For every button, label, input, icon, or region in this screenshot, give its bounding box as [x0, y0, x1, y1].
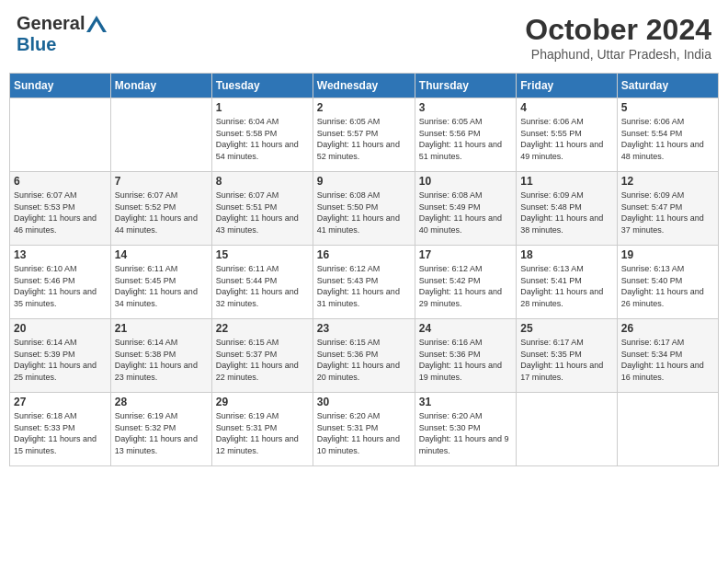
daylight-text: Daylight: 11 hours and 40 minutes. — [419, 213, 502, 235]
calendar-cell: 15 Sunrise: 6:11 AM Sunset: 5:44 PM Dayl… — [211, 246, 313, 319]
day-info: Sunrise: 6:09 AM Sunset: 5:47 PM Dayligh… — [621, 190, 714, 236]
calendar-week-2: 6 Sunrise: 6:07 AM Sunset: 5:53 PM Dayli… — [10, 172, 719, 246]
day-info: Sunrise: 6:14 AM Sunset: 5:38 PM Dayligh… — [115, 337, 208, 383]
sunrise-text: Sunrise: 6:11 AM — [216, 264, 279, 273]
day-info: Sunrise: 6:20 AM Sunset: 5:30 PM Dayligh… — [419, 410, 512, 456]
day-number: 10 — [419, 175, 512, 188]
sunrise-text: Sunrise: 6:11 AM — [115, 264, 178, 273]
calendar-cell: 27 Sunrise: 6:18 AM Sunset: 5:33 PM Dayl… — [10, 393, 111, 466]
daylight-text: Daylight: 11 hours and 29 minutes. — [419, 287, 502, 308]
daylight-text: Daylight: 11 hours and 34 minutes. — [115, 287, 198, 308]
sunset-text: Sunset: 5:32 PM — [115, 423, 176, 432]
day-number: 16 — [317, 248, 411, 261]
day-number: 21 — [115, 322, 208, 335]
day-number: 15 — [216, 248, 309, 261]
calendar-cell: 12 Sunrise: 6:09 AM Sunset: 5:47 PM Dayl… — [617, 172, 718, 246]
day-info: Sunrise: 6:05 AM Sunset: 5:57 PM Dayligh… — [317, 116, 411, 162]
sunrise-text: Sunrise: 6:15 AM — [317, 338, 381, 347]
calendar-cell: 8 Sunrise: 6:07 AM Sunset: 5:51 PM Dayli… — [211, 172, 313, 246]
day-info: Sunrise: 6:07 AM Sunset: 5:52 PM Dayligh… — [115, 190, 208, 236]
daylight-text: Daylight: 11 hours and 26 minutes. — [621, 287, 704, 308]
daylight-text: Daylight: 11 hours and 48 minutes. — [621, 140, 704, 161]
calendar-cell: 3 Sunrise: 6:05 AM Sunset: 5:56 PM Dayli… — [415, 98, 516, 172]
day-info: Sunrise: 6:18 AM Sunset: 5:33 PM Dayligh… — [14, 410, 107, 456]
day-number: 7 — [115, 175, 208, 188]
sunset-text: Sunset: 5:54 PM — [621, 129, 683, 138]
day-number: 8 — [216, 175, 309, 188]
calendar-cell — [617, 393, 718, 466]
calendar-cell: 20 Sunrise: 6:14 AM Sunset: 5:39 PM Dayl… — [10, 319, 111, 393]
calendar-cell — [517, 393, 617, 466]
sunset-text: Sunset: 5:42 PM — [419, 276, 481, 285]
day-number: 11 — [520, 175, 612, 188]
sunset-text: Sunset: 5:33 PM — [14, 423, 75, 432]
day-info: Sunrise: 6:19 AM Sunset: 5:31 PM Dayligh… — [216, 410, 309, 456]
daylight-text: Daylight: 11 hours and 16 minutes. — [621, 361, 704, 382]
daylight-text: Daylight: 11 hours and 51 minutes. — [419, 140, 502, 161]
sunset-text: Sunset: 5:44 PM — [216, 276, 278, 285]
daylight-text: Daylight: 11 hours and 9 minutes. — [419, 434, 509, 455]
daylight-text: Daylight: 11 hours and 41 minutes. — [317, 213, 400, 235]
sunrise-text: Sunrise: 6:10 AM — [14, 264, 77, 273]
sunset-text: Sunset: 5:58 PM — [216, 129, 278, 138]
day-number: 29 — [216, 396, 309, 408]
sunrise-text: Sunrise: 6:08 AM — [419, 190, 483, 200]
calendar-week-3: 13 Sunrise: 6:10 AM Sunset: 5:46 PM Dayl… — [10, 246, 719, 319]
day-info: Sunrise: 6:05 AM Sunset: 5:56 PM Dayligh… — [419, 116, 512, 162]
sunrise-text: Sunrise: 6:13 AM — [520, 264, 584, 273]
sunrise-text: Sunrise: 6:17 AM — [621, 338, 685, 347]
calendar-table: Sunday Monday Tuesday Wednesday Thursday… — [9, 73, 719, 466]
calendar-cell: 1 Sunrise: 6:04 AM Sunset: 5:58 PM Dayli… — [211, 98, 313, 172]
daylight-text: Daylight: 11 hours and 46 minutes. — [14, 213, 97, 235]
calendar-cell: 7 Sunrise: 6:07 AM Sunset: 5:52 PM Dayli… — [110, 172, 211, 246]
daylight-text: Daylight: 11 hours and 17 minutes. — [520, 361, 603, 382]
day-info: Sunrise: 6:06 AM Sunset: 5:55 PM Dayligh… — [520, 116, 612, 162]
day-info: Sunrise: 6:06 AM Sunset: 5:54 PM Dayligh… — [621, 116, 714, 162]
day-number: 23 — [317, 322, 411, 335]
day-number: 5 — [621, 101, 714, 114]
sunrise-text: Sunrise: 6:06 AM — [520, 117, 584, 126]
sunset-text: Sunset: 5:37 PM — [216, 350, 278, 359]
daylight-text: Daylight: 11 hours and 38 minutes. — [520, 213, 603, 235]
calendar-cell: 24 Sunrise: 6:16 AM Sunset: 5:36 PM Dayl… — [415, 319, 516, 393]
sunrise-text: Sunrise: 6:08 AM — [317, 190, 381, 200]
col-monday: Monday — [110, 74, 211, 98]
calendar-cell: 31 Sunrise: 6:20 AM Sunset: 5:30 PM Dayl… — [415, 393, 516, 466]
logo: General Blue — [17, 13, 107, 55]
calendar-cell: 16 Sunrise: 6:12 AM Sunset: 5:43 PM Dayl… — [313, 246, 415, 319]
day-info: Sunrise: 6:07 AM Sunset: 5:51 PM Dayligh… — [216, 190, 309, 236]
sunset-text: Sunset: 5:36 PM — [419, 350, 481, 359]
day-info: Sunrise: 6:13 AM Sunset: 5:40 PM Dayligh… — [621, 263, 714, 309]
day-number: 17 — [419, 248, 512, 261]
calendar-week-5: 27 Sunrise: 6:18 AM Sunset: 5:33 PM Dayl… — [10, 393, 719, 466]
calendar-cell: 9 Sunrise: 6:08 AM Sunset: 5:50 PM Dayli… — [313, 172, 415, 246]
sunset-text: Sunset: 5:47 PM — [621, 202, 683, 212]
sunrise-text: Sunrise: 6:20 AM — [317, 411, 381, 420]
sunrise-text: Sunrise: 6:13 AM — [621, 264, 685, 273]
daylight-text: Daylight: 11 hours and 19 minutes. — [419, 361, 502, 382]
sunrise-text: Sunrise: 6:12 AM — [317, 264, 381, 273]
calendar-week-4: 20 Sunrise: 6:14 AM Sunset: 5:39 PM Dayl… — [10, 319, 719, 393]
daylight-text: Daylight: 11 hours and 12 minutes. — [216, 434, 299, 455]
day-number: 27 — [14, 396, 107, 408]
calendar-cell: 14 Sunrise: 6:11 AM Sunset: 5:45 PM Dayl… — [110, 246, 211, 319]
col-friday: Friday — [517, 74, 617, 98]
sunrise-text: Sunrise: 6:17 AM — [520, 338, 584, 347]
sunset-text: Sunset: 5:56 PM — [419, 129, 481, 138]
day-number: 3 — [419, 101, 512, 114]
calendar-cell: 18 Sunrise: 6:13 AM Sunset: 5:41 PM Dayl… — [517, 246, 617, 319]
daylight-text: Daylight: 11 hours and 32 minutes. — [216, 287, 299, 308]
day-number: 14 — [115, 248, 208, 261]
day-info: Sunrise: 6:15 AM Sunset: 5:36 PM Dayligh… — [317, 337, 411, 383]
sunrise-text: Sunrise: 6:12 AM — [419, 264, 483, 273]
calendar-cell: 21 Sunrise: 6:14 AM Sunset: 5:38 PM Dayl… — [110, 319, 211, 393]
day-number: 18 — [520, 248, 612, 261]
page-header: General Blue October 2024 Phaphund, Utta… — [9, 9, 719, 65]
sunrise-text: Sunrise: 6:07 AM — [14, 190, 77, 200]
sunset-text: Sunset: 5:55 PM — [520, 129, 582, 138]
sunrise-text: Sunrise: 6:19 AM — [216, 411, 279, 420]
location-subtitle: Phaphund, Uttar Pradesh, India — [525, 47, 711, 62]
calendar-week-1: 1 Sunrise: 6:04 AM Sunset: 5:58 PM Dayli… — [10, 98, 719, 172]
day-info: Sunrise: 6:04 AM Sunset: 5:58 PM Dayligh… — [216, 116, 309, 162]
sunset-text: Sunset: 5:41 PM — [520, 276, 582, 285]
